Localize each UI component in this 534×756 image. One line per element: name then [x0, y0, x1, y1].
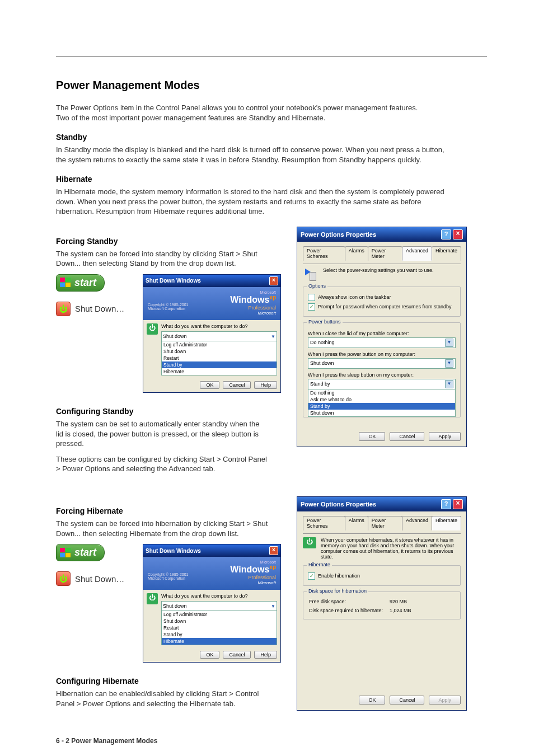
windows-flag-icon	[60, 278, 71, 288]
apply-button[interactable]: Apply	[429, 432, 461, 441]
standby-heading: Standby	[56, 133, 500, 142]
cancel-button[interactable]: Cancel	[390, 432, 424, 441]
tab-alarms[interactable]: Alarms	[345, 246, 368, 261]
tab-hibernate[interactable]: Hibernate	[432, 246, 461, 261]
shutdown-menu-item[interactable]: Shut Down…	[56, 571, 124, 586]
cancel-button[interactable]: Cancel	[223, 381, 251, 389]
tab-hibernate[interactable]: Hibernate	[432, 516, 461, 530]
brand-windows: Windows	[230, 565, 269, 574]
action-list[interactable]: Log off Administrator Shut down Restart …	[161, 611, 277, 645]
opt-standby[interactable]: Stand by	[162, 631, 277, 638]
close-icon[interactable]: ×	[269, 546, 278, 555]
opt-shutdown[interactable]: Shut down	[162, 618, 277, 624]
chk-show-icon[interactable]: Always show icon on the taskbar	[308, 294, 456, 301]
select-value: Shut down	[163, 603, 187, 609]
tab-power-meter[interactable]: Power Meter	[368, 246, 402, 261]
opt-restart[interactable]: Restart	[162, 624, 277, 631]
shutdown-label: Shut Down…	[75, 574, 124, 584]
config-standby-heading: Configuring Standby	[56, 407, 285, 416]
close-icon[interactable]: ×	[269, 276, 278, 285]
opt-ask[interactable]: Ask me what to do	[308, 396, 455, 403]
edition: Professional	[230, 575, 276, 580]
force-standby-body: The system can be forced into standby by…	[56, 249, 269, 269]
opt-logoff[interactable]: Log off Administrator	[162, 341, 277, 348]
shutdown-menu-item[interactable]: Shut Down…	[56, 302, 124, 316]
help-button[interactable]: Help	[254, 651, 277, 659]
ok-button[interactable]: OK	[200, 651, 219, 659]
opt-standby[interactable]: Stand by	[308, 403, 455, 410]
tabs: Power Schemes Alarms Power Meter Advance…	[303, 516, 461, 530]
standby-body: In Standby mode the display is blanked a…	[56, 145, 448, 165]
dd-sleep[interactable]: Stand by ▼	[308, 379, 456, 389]
opt-hibernate[interactable]: Hibernate	[162, 638, 277, 645]
power-icon	[56, 302, 71, 316]
dd-sleep-list[interactable]: Do nothing Ask me what to do Stand by Sh…	[308, 389, 456, 417]
help-icon[interactable]: ?	[441, 229, 451, 240]
opt-restart[interactable]: Restart	[162, 355, 277, 361]
opt-shutdown[interactable]: Shut down	[162, 348, 277, 355]
close-icon[interactable]: ×	[453, 229, 463, 240]
start-button[interactable]: start	[56, 544, 105, 561]
question-label: What do you want the computer to do?	[161, 593, 277, 599]
tab-power-schemes[interactable]: Power Schemes	[303, 246, 345, 261]
req-label: Disk space required to hibernate:	[309, 607, 388, 614]
opt-hibernate[interactable]: Hibernate	[162, 368, 277, 375]
chevron-down-icon: ▼	[445, 359, 453, 368]
cancel-button[interactable]: Cancel	[223, 651, 251, 659]
dd-power[interactable]: Shut down ▼	[308, 358, 456, 369]
dd-lid-value: Do nothing	[310, 340, 335, 345]
force-hibernate-heading: Forcing Hibernate	[56, 506, 285, 515]
opt-standby[interactable]: Stand by	[162, 361, 277, 368]
opt-shutdown[interactable]: Shut down	[308, 410, 455, 416]
brand-microsoft: Microsoft	[230, 290, 276, 294]
free-label: Free disk space:	[309, 598, 388, 605]
action-select[interactable]: Shut down ▼	[161, 331, 277, 341]
ok-button[interactable]: OK	[200, 381, 219, 389]
power-options-advanced: Power Options Properties ? × Power Schem…	[297, 227, 467, 447]
start-button[interactable]: start	[56, 274, 105, 292]
tab-power-meter[interactable]: Power Meter	[368, 516, 402, 530]
question-label: What do you want the computer to do?	[161, 323, 277, 329]
copyright: Copyright © 1985-2001	[148, 303, 188, 307]
divider	[56, 56, 487, 57]
brand-footer: Microsoft	[148, 580, 276, 585]
group-options: Options	[307, 283, 327, 289]
power-plug-icon	[303, 267, 318, 281]
start-label: start	[74, 277, 96, 289]
force-hibernate-body: The system can be forced into hibernatio…	[56, 519, 269, 538]
config-hibernate-heading: Configuring Hibernate	[56, 677, 285, 685]
group-disk-space: Disk space for hibernation	[307, 588, 368, 594]
opt-do-nothing[interactable]: Do nothing	[308, 389, 455, 396]
action-list[interactable]: Log off Administrator Shut down Restart …	[161, 341, 277, 375]
dd-sleep-value: Stand by	[310, 381, 330, 387]
help-icon[interactable]: ?	[441, 499, 451, 509]
action-select[interactable]: Shut down ▼	[161, 601, 277, 611]
dialog-title: Shut Down Windows	[146, 278, 201, 284]
cancel-button[interactable]: Cancel	[390, 696, 424, 705]
config-standby-body1: The system can be set to automatically e…	[56, 419, 269, 449]
chk-prompt-password[interactable]: ✓Prompt for password when computer resum…	[308, 303, 456, 311]
brand-footer: Microsoft	[148, 311, 276, 316]
shutdown-dialog-hibernate: Shut Down Windows × Copyright © 1985-200…	[143, 544, 281, 663]
tab-advanced[interactable]: Advanced	[402, 516, 432, 530]
group-hibernate: Hibernate	[307, 562, 332, 567]
opt-logoff[interactable]: Log off Administrator	[162, 611, 277, 618]
chevron-down-icon: ▼	[271, 334, 275, 339]
tab-advanced[interactable]: Advanced	[402, 246, 432, 261]
dd-lid[interactable]: Do nothing ▼	[308, 337, 456, 348]
ok-button[interactable]: OK	[359, 432, 385, 441]
ok-button[interactable]: OK	[359, 696, 385, 705]
chk-enable-hibernation[interactable]: ✓Enable hibernation	[308, 572, 456, 580]
chevron-down-icon: ▼	[445, 339, 453, 347]
page-number: 6 - 2 Power Management Modes	[56, 737, 500, 745]
dialog-title: Shut Down Windows	[146, 548, 201, 554]
close-icon[interactable]: ×	[453, 499, 463, 509]
edition: Professional	[230, 305, 276, 311]
tab-power-schemes[interactable]: Power Schemes	[303, 516, 345, 530]
help-button[interactable]: Help	[254, 381, 277, 389]
tab-alarms[interactable]: Alarms	[345, 516, 368, 530]
shutdown-dialog: Shut Down Windows × Copyright © 1985-200…	[143, 274, 281, 393]
power-options-hibernate: Power Options Properties ? × Power Schem…	[297, 496, 467, 711]
corp: Microsoft Corporation	[148, 307, 185, 311]
hibernate-body: In Hibernate mode, the system memory inf…	[56, 187, 448, 217]
